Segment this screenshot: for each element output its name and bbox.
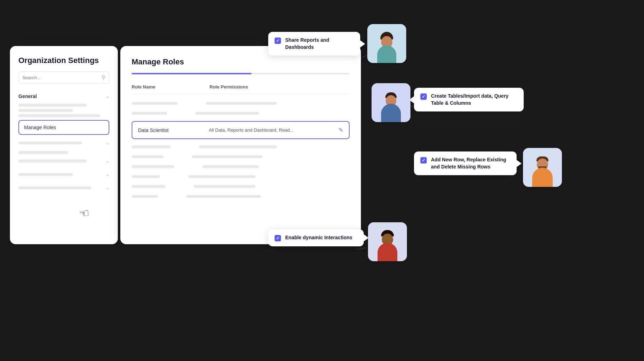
row-cell-name: [132, 155, 163, 158]
row-cell-perm: [202, 165, 259, 168]
tooltip2-checkbox: [420, 93, 427, 100]
row-cell-perm: [194, 185, 255, 188]
nav-sub-section-3: ⌄: [18, 169, 109, 180]
row-cell-name: [132, 102, 178, 105]
nav-sub-header-1[interactable]: ⌄: [18, 138, 109, 148]
manage-roles-nav-item[interactable]: Manage Roles: [18, 120, 109, 135]
search-input[interactable]: [22, 75, 102, 80]
tooltip1-checkbox: [275, 38, 281, 44]
avatar-figure-3: [528, 155, 557, 187]
table-row: [132, 152, 350, 162]
role-name-cell: Data Scientist: [138, 127, 209, 133]
tooltip4-text: Enable dynamic Interactions: [285, 234, 352, 241]
row-cell-perm: [188, 175, 255, 178]
cursor-hand-icon: ☜: [78, 206, 91, 221]
svg-line-3: [356, 248, 366, 250]
avatar4-body: [378, 243, 397, 261]
nav-sub-line-1: [18, 142, 82, 144]
tooltip1-text: Share Reports and Dashboards: [285, 37, 354, 51]
row-cell-perm: [195, 112, 259, 115]
nav-sub-line-4: [18, 173, 73, 176]
nav-general-section: General ⌄: [18, 91, 109, 117]
avatar-figure-1: [373, 31, 401, 63]
nav-sub-header-4[interactable]: ⌄: [18, 183, 109, 193]
progress-fill: [132, 73, 252, 74]
avatar2-body: [381, 104, 401, 122]
avatar-card-1: [367, 24, 406, 63]
general-chevron-icon: ⌄: [106, 94, 109, 99]
manage-roles-title: Manage Roles: [132, 57, 350, 67]
permissions-cell: All Data, Reports and Dashboard, Read...: [209, 127, 339, 133]
highlighted-table-row[interactable]: Data Scientist All Data, Reports and Das…: [132, 121, 350, 139]
avatar-card-2: [372, 83, 410, 122]
general-section-header[interactable]: General ⌄: [18, 91, 109, 101]
manage-roles-panel: Manage Roles Role Name Role Permissions …: [120, 46, 361, 244]
nav-sub-line-5: [18, 187, 91, 189]
row-cell-name: [132, 195, 158, 198]
manage-roles-nav-label: Manage Roles: [24, 125, 56, 130]
table-row: [132, 191, 350, 201]
avatar3-body: [532, 168, 553, 187]
tooltip-create-tables: Create Tables/Import data, Query Table &…: [414, 88, 524, 111]
search-icon: ⚲: [102, 74, 105, 81]
subsection4-chevron-icon: ⌄: [106, 185, 109, 190]
col-header-role-name: Role Name: [132, 84, 209, 90]
nav-sub-header-2[interactable]: ⌄: [18, 156, 109, 166]
subsection3-chevron-icon: ⌄: [106, 172, 109, 177]
col-header-role-permissions: Role Permissions: [209, 84, 350, 90]
scene: Organization Settings ⚲ General ⌄ Manage…: [0, 0, 644, 361]
tooltip4-checkbox: [275, 235, 281, 241]
table-row: [132, 172, 350, 182]
row-cell-name: [132, 112, 167, 115]
tooltip-enable-dynamic: Enable dynamic Interactions: [268, 229, 364, 246]
nav-sub-line-3: [18, 160, 87, 162]
nav-sub-section-1: ⌄: [18, 138, 109, 148]
row-cell-name: [132, 165, 174, 168]
subsection1-chevron-icon: ⌄: [106, 141, 109, 145]
avatar1-body: [377, 45, 396, 63]
tooltip3-text: Add New Row, Replace Existing and Delete…: [431, 156, 510, 170]
tooltip-add-row: Add New Row, Replace Existing and Delete…: [414, 151, 517, 175]
avatar-figure-2: [377, 90, 405, 122]
table-row: [132, 98, 350, 108]
nav-line-2: [18, 109, 73, 112]
tooltip1-pointer: [360, 40, 365, 47]
org-settings-panel: Organization Settings ⚲ General ⌄ Manage…: [10, 46, 118, 244]
avatar-card-4: [368, 222, 407, 261]
org-settings-title: Organization Settings: [18, 56, 109, 65]
table-row: [132, 182, 350, 191]
avatar-figure-4: [373, 229, 402, 261]
tooltip3-pointer: [517, 160, 522, 167]
row-cell-name: [132, 145, 171, 148]
row-cell-name: [132, 175, 160, 178]
row-cell-name: [132, 185, 165, 188]
progress-bar: [132, 73, 350, 74]
tooltip2-text: Create Tables/Import data, Query Table &…: [431, 93, 517, 107]
search-box[interactable]: ⚲: [18, 71, 109, 84]
row-cell-perm: [206, 102, 277, 105]
row-cell-perm: [199, 145, 277, 148]
nav-sub-section-4: ⌄: [18, 183, 109, 193]
nav-sub-header-3[interactable]: ⌄: [18, 169, 109, 180]
subsection2-chevron-icon: ⌄: [106, 159, 109, 164]
tooltip3-checkbox: [420, 157, 427, 164]
nav-sub-section-2: ⌄: [18, 151, 109, 166]
table-row: [132, 162, 350, 172]
tooltip-share-reports: Share Reports and Dashboards: [268, 32, 360, 56]
nav-line-3: [18, 114, 100, 117]
table-row: [132, 142, 350, 152]
table-row: [132, 108, 350, 118]
general-label: General: [18, 93, 37, 99]
table-header: Role Name Role Permissions: [132, 84, 350, 94]
avatar-card-3: [523, 148, 562, 187]
edit-icon[interactable]: ✎: [339, 127, 343, 133]
row-cell-perm: [192, 155, 263, 158]
row-cell-perm: [186, 195, 261, 198]
nav-line-1: [18, 104, 87, 107]
nav-sub-line-2: [18, 151, 68, 154]
